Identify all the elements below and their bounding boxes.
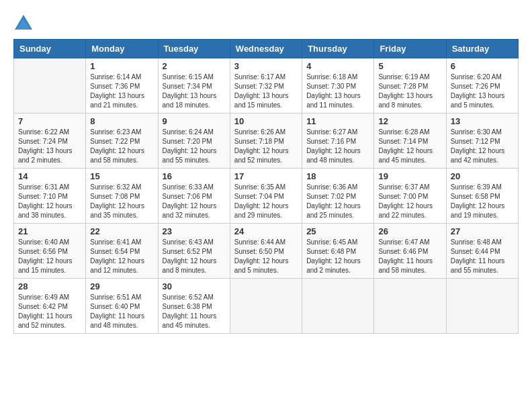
calendar-day-cell: 23Sunrise: 6:43 AM Sunset: 6:52 PM Dayli… [158, 224, 230, 279]
day-info: Sunrise: 6:48 AM Sunset: 6:44 PM Dayligh… [451, 238, 514, 275]
calendar-day-cell: 21Sunrise: 6:40 AM Sunset: 6:56 PM Dayli… [14, 224, 86, 279]
day-info: Sunrise: 6:32 AM Sunset: 7:08 PM Dayligh… [90, 183, 153, 220]
calendar-week-row: 1Sunrise: 6:14 AM Sunset: 7:36 PM Daylig… [14, 58, 519, 113]
calendar-day-header: Friday [374, 40, 446, 58]
day-number: 10 [234, 116, 298, 126]
day-info: Sunrise: 6:22 AM Sunset: 7:24 PM Dayligh… [18, 128, 81, 165]
calendar-day-cell: 5Sunrise: 6:19 AM Sunset: 7:28 PM Daylig… [374, 58, 446, 113]
day-info: Sunrise: 6:52 AM Sunset: 6:38 PM Dayligh… [163, 293, 226, 330]
day-number: 6 [451, 61, 514, 71]
day-info: Sunrise: 6:37 AM Sunset: 7:00 PM Dayligh… [378, 183, 441, 220]
day-info: Sunrise: 6:49 AM Sunset: 6:42 PM Dayligh… [18, 293, 81, 330]
day-info: Sunrise: 6:17 AM Sunset: 7:32 PM Dayligh… [234, 73, 298, 110]
calendar-day-cell: 30Sunrise: 6:52 AM Sunset: 6:38 PM Dayli… [158, 279, 230, 334]
logo [13, 13, 36, 32]
calendar-day-cell: 3Sunrise: 6:17 AM Sunset: 7:32 PM Daylig… [230, 58, 302, 113]
day-info: Sunrise: 6:39 AM Sunset: 6:58 PM Dayligh… [451, 183, 514, 220]
day-info: Sunrise: 6:31 AM Sunset: 7:10 PM Dayligh… [18, 183, 81, 220]
day-number: 21 [18, 226, 81, 236]
calendar-day-cell: 26Sunrise: 6:47 AM Sunset: 6:46 PM Dayli… [374, 224, 446, 279]
day-info: Sunrise: 6:30 AM Sunset: 7:12 PM Dayligh… [451, 128, 514, 165]
calendar-day-header: Monday [86, 40, 158, 58]
day-info: Sunrise: 6:44 AM Sunset: 6:50 PM Dayligh… [234, 238, 298, 275]
day-number: 27 [451, 226, 514, 236]
calendar-day-cell: 2Sunrise: 6:15 AM Sunset: 7:34 PM Daylig… [158, 58, 230, 113]
calendar-day-cell: 7Sunrise: 6:22 AM Sunset: 7:24 PM Daylig… [14, 113, 86, 169]
day-number: 1 [90, 61, 153, 71]
calendar-day-cell: 19Sunrise: 6:37 AM Sunset: 7:00 PM Dayli… [374, 169, 446, 224]
calendar-day-cell: 11Sunrise: 6:27 AM Sunset: 7:16 PM Dayli… [302, 113, 374, 169]
day-info: Sunrise: 6:33 AM Sunset: 7:06 PM Dayligh… [163, 183, 226, 220]
day-number: 18 [306, 171, 369, 181]
calendar-day-header: Tuesday [158, 40, 230, 58]
calendar-day-cell [446, 279, 518, 334]
day-number: 30 [163, 281, 226, 291]
calendar-day-cell: 10Sunrise: 6:26 AM Sunset: 7:18 PM Dayli… [230, 113, 302, 169]
day-info: Sunrise: 6:41 AM Sunset: 6:54 PM Dayligh… [90, 238, 153, 275]
page-header [13, 13, 519, 32]
logo-icon [13, 13, 34, 32]
day-number: 2 [163, 61, 226, 71]
day-number: 28 [18, 281, 81, 291]
calendar-day-cell: 12Sunrise: 6:28 AM Sunset: 7:14 PM Dayli… [374, 113, 446, 169]
day-number: 8 [90, 116, 153, 126]
calendar-day-header: Wednesday [230, 40, 302, 58]
calendar-day-cell [14, 58, 86, 113]
calendar-day-cell: 9Sunrise: 6:24 AM Sunset: 7:20 PM Daylig… [158, 113, 230, 169]
day-info: Sunrise: 6:51 AM Sunset: 6:40 PM Dayligh… [90, 293, 153, 330]
calendar-week-row: 7Sunrise: 6:22 AM Sunset: 7:24 PM Daylig… [14, 113, 519, 169]
day-number: 22 [90, 226, 153, 236]
day-number: 23 [163, 226, 226, 236]
day-number: 3 [234, 61, 298, 71]
calendar-day-cell [374, 279, 446, 334]
day-info: Sunrise: 6:28 AM Sunset: 7:14 PM Dayligh… [378, 128, 441, 165]
day-number: 16 [163, 171, 226, 181]
day-info: Sunrise: 6:14 AM Sunset: 7:36 PM Dayligh… [90, 73, 153, 110]
day-number: 29 [90, 281, 153, 291]
day-info: Sunrise: 6:27 AM Sunset: 7:16 PM Dayligh… [306, 128, 369, 165]
calendar-day-cell: 28Sunrise: 6:49 AM Sunset: 6:42 PM Dayli… [14, 279, 86, 334]
calendar-week-row: 28Sunrise: 6:49 AM Sunset: 6:42 PM Dayli… [14, 279, 519, 334]
day-info: Sunrise: 6:45 AM Sunset: 6:48 PM Dayligh… [306, 238, 369, 275]
day-info: Sunrise: 6:26 AM Sunset: 7:18 PM Dayligh… [234, 128, 298, 165]
calendar-day-cell: 24Sunrise: 6:44 AM Sunset: 6:50 PM Dayli… [230, 224, 302, 279]
day-info: Sunrise: 6:47 AM Sunset: 6:46 PM Dayligh… [378, 238, 441, 275]
day-number: 7 [18, 116, 81, 126]
calendar-day-header: Thursday [302, 40, 374, 58]
calendar-day-cell: 1Sunrise: 6:14 AM Sunset: 7:36 PM Daylig… [86, 58, 158, 113]
day-info: Sunrise: 6:19 AM Sunset: 7:28 PM Dayligh… [378, 73, 441, 110]
day-number: 17 [234, 171, 298, 181]
day-number: 20 [451, 171, 514, 181]
day-info: Sunrise: 6:35 AM Sunset: 7:04 PM Dayligh… [234, 183, 298, 220]
calendar-day-cell: 22Sunrise: 6:41 AM Sunset: 6:54 PM Dayli… [86, 224, 158, 279]
day-number: 15 [90, 171, 153, 181]
calendar-day-header: Sunday [14, 40, 86, 58]
day-number: 24 [234, 226, 298, 236]
day-number: 19 [378, 171, 441, 181]
calendar-header-row: SundayMondayTuesdayWednesdayThursdayFrid… [14, 40, 519, 58]
calendar-day-cell: 17Sunrise: 6:35 AM Sunset: 7:04 PM Dayli… [230, 169, 302, 224]
calendar-day-cell: 27Sunrise: 6:48 AM Sunset: 6:44 PM Dayli… [446, 224, 518, 279]
calendar-day-cell: 4Sunrise: 6:18 AM Sunset: 7:30 PM Daylig… [302, 58, 374, 113]
day-info: Sunrise: 6:23 AM Sunset: 7:22 PM Dayligh… [90, 128, 153, 165]
day-number: 25 [306, 226, 369, 236]
calendar-day-cell: 18Sunrise: 6:36 AM Sunset: 7:02 PM Dayli… [302, 169, 374, 224]
calendar-day-cell: 13Sunrise: 6:30 AM Sunset: 7:12 PM Dayli… [446, 113, 518, 169]
day-info: Sunrise: 6:18 AM Sunset: 7:30 PM Dayligh… [306, 73, 369, 110]
calendar-day-cell: 25Sunrise: 6:45 AM Sunset: 6:48 PM Dayli… [302, 224, 374, 279]
day-number: 5 [378, 61, 441, 71]
day-info: Sunrise: 6:20 AM Sunset: 7:26 PM Dayligh… [451, 73, 514, 110]
calendar-day-cell: 14Sunrise: 6:31 AM Sunset: 7:10 PM Dayli… [14, 169, 86, 224]
day-number: 4 [306, 61, 369, 71]
calendar-day-cell [230, 279, 302, 334]
day-number: 12 [378, 116, 441, 126]
calendar-day-cell: 15Sunrise: 6:32 AM Sunset: 7:08 PM Dayli… [86, 169, 158, 224]
day-info: Sunrise: 6:15 AM Sunset: 7:34 PM Dayligh… [163, 73, 226, 110]
day-number: 26 [378, 226, 441, 236]
calendar-week-row: 21Sunrise: 6:40 AM Sunset: 6:56 PM Dayli… [14, 224, 519, 279]
day-number: 11 [306, 116, 369, 126]
calendar-week-row: 14Sunrise: 6:31 AM Sunset: 7:10 PM Dayli… [14, 169, 519, 224]
calendar-day-cell: 29Sunrise: 6:51 AM Sunset: 6:40 PM Dayli… [86, 279, 158, 334]
calendar-day-cell: 8Sunrise: 6:23 AM Sunset: 7:22 PM Daylig… [86, 113, 158, 169]
calendar-day-cell: 6Sunrise: 6:20 AM Sunset: 7:26 PM Daylig… [446, 58, 518, 113]
